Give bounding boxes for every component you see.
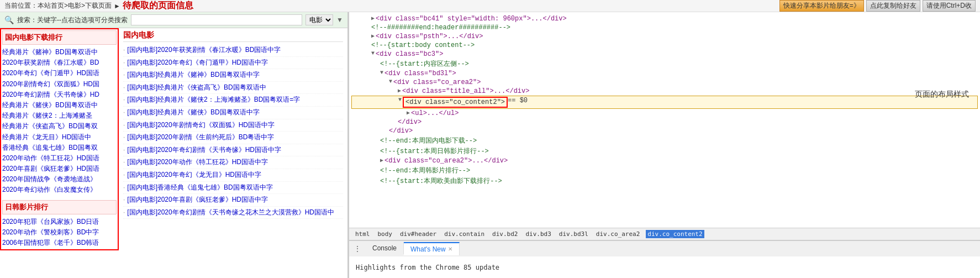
expand-arrow-icon[interactable]: ▶ bbox=[371, 33, 375, 39]
dom-eq-marker: == $0 bbox=[508, 97, 528, 104]
main-area: 🔍 搜索：关键字--点右边选项可分类搜索 电影 ▼ 国内电影下载排行 经典港片《… bbox=[0, 12, 980, 278]
tab-label: What's New bbox=[410, 245, 446, 253]
html-tree-line: ▶ <ul>...</ul> bbox=[354, 109, 976, 118]
devtools-tab-what's-new[interactable]: What's New✕ bbox=[404, 242, 460, 255]
share-button[interactable]: 快速分享本影片给朋友=》 bbox=[779, 0, 864, 12]
sidebar-domestic-link[interactable]: 2020年剧情奇幻《双面狐》HD国 bbox=[2, 79, 117, 90]
devtools-panel: ▶ <div class="bc41" style="width: 960px"… bbox=[348, 12, 980, 278]
breadcrumb-bar: 当前位置：本站首页>电影>下载页面 ► 待爬取的页面信息 快速分享本影片给朋友=… bbox=[0, 0, 980, 12]
html-tree-line[interactable]: ▼ <div class="co_content2"> == $0 bbox=[351, 96, 978, 109]
breadcrumb-path-item[interactable]: div#header bbox=[398, 230, 438, 238]
sidebar-domestic-link[interactable]: 2020年获奖剧情《春江水暖》BD bbox=[2, 57, 117, 68]
devtools-menu-icon[interactable]: ⋮ bbox=[349, 244, 366, 253]
ctrl-button[interactable]: 请使用Ctrl+D收 bbox=[923, 0, 976, 12]
expand-arrow-icon[interactable]: ▼ bbox=[371, 50, 375, 56]
breadcrumb-path-item[interactable]: div.bd3 bbox=[524, 230, 552, 238]
movie-list-item[interactable]: [国内电影]香港经典《追鬼七雄》BD国粤双语中字 bbox=[123, 182, 343, 195]
copy-button[interactable]: 点此复制给好友 bbox=[866, 0, 920, 12]
sidebar-domestic-link[interactable]: 经典港片《赌侠2：上海滩赌圣 bbox=[2, 111, 117, 121]
html-tree-line: <!--end:本周韩影片排行--> bbox=[354, 165, 976, 176]
html-tree-line: ▶ <div class="psth">...</div> bbox=[354, 32, 976, 41]
movie-list-item[interactable]: [国内电影]2020年奇幻剧情《天书奇缘》HD国语中字 bbox=[123, 144, 343, 157]
japan-links-list: 2020年犯罪《台风家族》BD日语2020年动作《警校刺客》BD中字2006年国… bbox=[2, 217, 117, 249]
japan-section-title: 日韩影片排行 bbox=[2, 200, 117, 214]
html-tree-line: ▶ <div class="bc41" style="width: 960px"… bbox=[354, 14, 976, 23]
web-content: 国内电影下载排行 经典港片《赌神》BD国粤双语中2020年获奖剧情《春江水暖》B… bbox=[0, 28, 347, 250]
movie-list-item[interactable]: [国内电影]2020年剧情《生前约死后》BD粤语中字 bbox=[123, 132, 343, 144]
devtools-highlighted-element[interactable]: <div class="co_content2"> bbox=[403, 97, 508, 108]
tab-close-icon[interactable]: ✕ bbox=[448, 246, 452, 252]
movie-list-item[interactable]: [国内电影]2020年奇幻《奇门遁甲》HD国语中字 bbox=[123, 57, 343, 70]
movie-list-item[interactable]: [国内电影]2020年剧情奇幻《双面狐》HD国语中字 bbox=[123, 119, 343, 132]
breadcrumb-path-item[interactable]: div.co_area2 bbox=[594, 230, 641, 238]
breadcrumb-arrow: ► bbox=[114, 2, 120, 10]
sidebar-domestic-link[interactable]: 经典港片《赌侠》BD国粤双语中 bbox=[2, 100, 117, 111]
movie-links-list: [国内电影]2020年获奖剧情《春江水暖》BD国语中字[国内电影]2020年奇幻… bbox=[123, 44, 343, 219]
sidebar-domestic-link[interactable]: 2020年国情战争《奇袭地道战》 bbox=[2, 174, 117, 185]
web-panel: 🔍 搜索：关键字--点右边选项可分类搜索 电影 ▼ 国内电影下载排行 经典港片《… bbox=[0, 12, 348, 278]
tab-label: Console bbox=[372, 244, 397, 252]
movie-list-item[interactable]: [国内电影]经典港片《赌侠2：上海滩赌圣》BD国粤双语=字 bbox=[123, 94, 343, 107]
expand-arrow-icon[interactable]: ▶ bbox=[380, 157, 383, 164]
domestic-links-list: 经典港片《赌神》BD国粤双语中2020年获奖剧情《春江水暖》BD2020年奇幻《… bbox=[2, 47, 117, 196]
html-tree-line: <!--########end:header##########--> bbox=[354, 23, 976, 32]
devtools-html-area: ▶ <div class="bc41" style="width: 960px"… bbox=[349, 12, 980, 228]
search-label: 搜索：关键字--点右边选项可分类搜索 bbox=[17, 15, 128, 25]
search-icon: 🔍 bbox=[4, 15, 14, 24]
devtools-tab-console[interactable]: Console bbox=[366, 242, 404, 254]
sidebar-japan-link[interactable]: 2020年犯罪《台风家族》BD日语 bbox=[2, 217, 117, 227]
html-tree-line: <!--{start:本周欧美由影下载排行--> bbox=[354, 176, 976, 186]
expand-arrow-icon[interactable]: ▶ bbox=[407, 109, 410, 116]
sidebar-domestic-link[interactable]: 经典港片《龙无目》HD国语中 bbox=[2, 132, 117, 143]
breadcrumb-text: 当前位置：本站首页>电影>下载页面 bbox=[4, 1, 112, 11]
html-tree-line: ▶ <div class="title_all">...</div> bbox=[354, 87, 976, 96]
sidebar-domestic-link[interactable]: 2020年奇幻《奇门遁甲》HD国语 bbox=[2, 68, 117, 78]
expand-arrow-icon[interactable]: ▶ bbox=[371, 15, 375, 22]
movie-list-item[interactable]: [国内电影]经典港片《赌神》BD国粤双语中字 bbox=[123, 69, 343, 82]
search-input[interactable] bbox=[131, 14, 302, 25]
breadcrumb-path-item[interactable]: html bbox=[354, 230, 372, 238]
sidebar-japan-link[interactable]: 2006年国情犯罪《老千》BD韩语 bbox=[2, 238, 117, 248]
html-tree-line: <!--{start:body content--> bbox=[354, 41, 976, 50]
html-tree-line: ▼ <div class="co_area2"> bbox=[354, 78, 976, 87]
breadcrumb-path-item[interactable]: div.bd2 bbox=[491, 230, 519, 238]
html-tree-line: </div> bbox=[354, 127, 976, 135]
breadcrumb-path-item[interactable]: body bbox=[376, 230, 394, 238]
expand-arrow-icon[interactable]: ▼ bbox=[389, 78, 392, 85]
movie-list-item[interactable]: [国内电影]2020年动作《特工狂花》HD国语中字 bbox=[123, 156, 343, 169]
expand-arrow-icon[interactable]: ▼ bbox=[380, 70, 383, 76]
sidebar-domestic-link[interactable]: 经典港片《赌神》BD国粤双语中 bbox=[2, 47, 117, 57]
breadcrumb-highlight: 待爬取的页面信息 bbox=[123, 0, 193, 12]
left-sidebar: 国内电影下载排行 经典港片《赌神》BD国粤双语中2020年获奖剧情《春江水暖》B… bbox=[0, 28, 119, 250]
breadcrumb-path-item[interactable]: div.bd3l bbox=[557, 230, 590, 238]
movie-list-panel: 国内电影 [国内电影]2020年获奖剧情《春江水暖》BD国语中字[国内电影]20… bbox=[119, 28, 347, 250]
expand-arrow-icon[interactable]: ▶ bbox=[398, 87, 401, 94]
breadcrumb-path-item[interactable]: div.contain bbox=[442, 230, 486, 238]
movie-list-item[interactable]: [国内电影]2020年喜剧《疯狂老爹》HD国语中字 bbox=[123, 194, 343, 207]
movie-list-title: 国内电影 bbox=[123, 30, 343, 42]
domestic-section-title: 国内电影下载排行 bbox=[2, 30, 117, 45]
devtools-breadcrumb: htmlbodydiv#headerdiv.containdiv.bd2div.… bbox=[349, 228, 980, 240]
html-tree-line: </div> bbox=[354, 118, 976, 127]
html-tree: ▶ <div class="bc41" style="width: 960px"… bbox=[354, 14, 976, 186]
breadcrumb-path-item[interactable]: div.co_content2 bbox=[646, 230, 704, 238]
sidebar-domestic-link[interactable]: 香港经典《追鬼七雄》BD国粤双 bbox=[2, 143, 117, 153]
sidebar-domestic-link[interactable]: 2020年奇幻动作《白发魔女传》 bbox=[2, 185, 117, 195]
category-select[interactable]: 电影 bbox=[305, 14, 333, 25]
search-arrow-icon: ▼ bbox=[336, 16, 343, 24]
sidebar-domestic-link[interactable]: 2020年喜剧《疯狂老爹》HD国语 bbox=[2, 164, 117, 174]
sidebar-domestic-link[interactable]: 经典港片《侠盗高飞》BD国粤双 bbox=[2, 121, 117, 132]
sidebar-japan-link[interactable]: 2020年动作《警校刺客》BD中字 bbox=[2, 227, 117, 238]
html-tree-line: <!--end:本周国内电影下载--> bbox=[354, 135, 976, 146]
html-tree-line: ▼ <div class="bd3l"> bbox=[354, 69, 976, 78]
movie-list-item[interactable]: [国内电影]2020年奇幻《龙无目》HD国语中字 bbox=[123, 169, 343, 182]
devtools-tabs-container: ConsoleWhat's New✕ bbox=[366, 242, 460, 255]
html-tree-line: <!--{start:本周日韩影片排行--> bbox=[354, 146, 976, 156]
movie-list-item[interactable]: [国内电影]2020年奇幻剧情《天书奇缘之花木兰之大漠营救》HD国语中 bbox=[123, 207, 343, 219]
sidebar-domestic-link[interactable]: 2020年奇幻剧情《天书奇缘》HD bbox=[2, 90, 117, 100]
sidebar-domestic-link[interactable]: 2020年动作《特工狂花》HD国语 bbox=[2, 153, 117, 164]
movie-list-item[interactable]: [国内电影]经典港片《赌侠》BD国粤双语中字 bbox=[123, 107, 343, 119]
expand-arrow-icon[interactable]: ▼ bbox=[398, 97, 402, 103]
movie-list-item[interactable]: [国内电影]经典港片《侠盗高飞》BD国粤双语中 bbox=[123, 82, 343, 95]
movie-list-item[interactable]: [国内电影]2020年获奖剧情《春江水暖》BD国语中字 bbox=[123, 44, 343, 57]
